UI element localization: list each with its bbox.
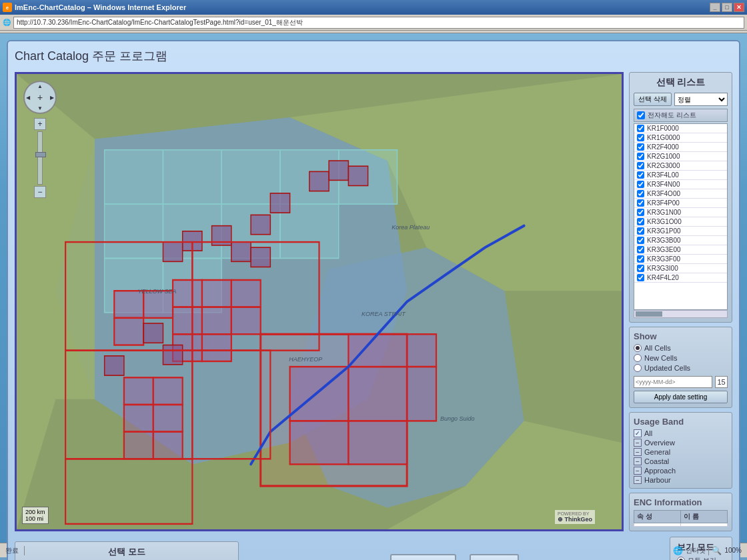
map-container[interactable]: Korea Plateau YELLOW SEA KOREA STRAIT HA… [15,72,624,531]
svg-rect-51 [251,247,270,267]
list-item[interactable]: KR3G3F00 [634,255,727,264]
svg-rect-37 [290,421,349,464]
usage-coastal-checkbox[interactable]: − [634,457,642,465]
enc-info-table: 속 성 이 름 [634,510,728,527]
list-item[interactable]: KR4F4L20 [634,273,727,283]
radio-all-cells[interactable]: All Cells [634,344,728,352]
title-bar: e ImEnc-ChartCatalog – Windows Internet … [0,0,747,15]
radio-updated-cells[interactable]: Updated Cells [634,364,728,372]
zoom-out-btn[interactable]: − [34,186,46,198]
label-haehyeop: HAEHYEOP [289,356,322,363]
right-sidebar: 선택 리스트 선택 삭제 정렬 전자해도 리스트 KR1F0000 KR1G00… [629,72,732,531]
window-title: ImEnc-ChartCatalog – Windows Internet Ex… [15,3,186,11]
usage-approach[interactable]: − Approach [634,467,728,475]
nav-right[interactable]: ▶ [50,95,54,101]
list-item[interactable]: KR3G3E00 [634,245,727,255]
svg-rect-44 [270,193,289,213]
list-item[interactable]: KR3F4O00 [634,189,727,199]
sort-dropdown[interactable]: 정렬 [674,93,728,106]
usage-harbour-checkbox[interactable]: − [634,476,642,484]
close-btn[interactable]: ✕ [734,3,744,12]
window-controls: _ □ ✕ [710,3,744,12]
nav-center[interactable]: + [37,92,43,103]
nav-down[interactable]: ▼ [37,105,43,111]
usage-general[interactable]: − General [634,448,728,456]
list-item[interactable]: KR1F0000 [634,124,727,133]
usage-approach-checkbox[interactable]: − [634,467,642,475]
usage-overview-checkbox[interactable]: − [634,439,642,447]
nav-controls: ▲ ▼ ◀ ▶ + + − [23,81,57,198]
order-submit-btn[interactable]: 주문 신청 [390,554,457,560]
maximize-btn[interactable]: □ [722,3,732,12]
zoom-track[interactable] [37,131,43,185]
list-item[interactable]: KR3G1O00 [634,217,727,227]
nav-up[interactable]: ▲ [37,83,43,89]
svg-rect-24 [202,307,231,335]
usage-approach-label: Approach [644,467,676,475]
select-all-checkbox[interactable] [637,111,645,119]
svg-rect-36 [348,367,407,421]
horizontal-scrollbar[interactable] [634,310,728,318]
selection-list-panel: 선택 리스트 선택 삭제 정렬 전자해도 리스트 KR1F0000 KR1G00… [629,72,732,323]
zoom-handle[interactable] [35,152,46,157]
usage-overview[interactable]: − Overview [634,439,728,447]
list-item[interactable]: KR3G3B00 [634,236,727,245]
list-item[interactable]: KR3G1P00 [634,227,727,236]
svg-rect-30 [124,405,153,432]
svg-rect-40 [407,334,436,367]
select-list-header: 선택 삭제 정렬 [634,93,728,106]
date-input[interactable] [634,376,712,388]
status-ready: 완료 [5,546,19,555]
close-btn[interactable]: 종 료 [470,554,519,560]
svg-rect-31 [153,405,183,432]
view-all-label: 모두 보기 [688,556,716,560]
app-icon: e [3,3,12,12]
list-item[interactable]: KR3G3I00 [634,264,727,273]
svg-rect-7 [163,150,221,204]
cell-list-header-label: 전자해도 리스트 [648,111,696,120]
zoom-in-btn[interactable]: + [34,118,46,130]
usage-all[interactable]: ✓ All [634,429,728,437]
cell-list[interactable]: KR1F0000 KR1G0000 KR2F4000 KR2G1000 KR2G… [634,123,728,310]
list-item[interactable]: KR3F4L00 [634,171,727,180]
main-content: Chart Catalog 주문 프로그램 [0,33,747,543]
radio-new-cells-label: New Cells [644,354,678,362]
minimize-btn[interactable]: _ [710,3,720,12]
radio-new-cells-dot[interactable] [634,354,642,362]
nav-left[interactable]: ◀ [26,95,30,101]
list-item[interactable]: KR2G3000 [634,161,727,171]
list-item[interactable]: KR2F4000 [634,143,727,152]
label-korea-strait: KOREA STRAIT [361,311,406,317]
svg-rect-47 [348,166,367,185]
scrollbar-thumb[interactable] [636,311,662,317]
list-item[interactable]: KR3G1N00 [634,208,727,217]
radio-all-cells-dot[interactable] [634,344,642,352]
list-item[interactable]: KR1G0000 [634,133,727,143]
list-item[interactable]: KR3F4P00 [634,199,727,208]
view-all[interactable]: 모두 보기 [677,556,725,560]
show-panel: Show All Cells New Cells Updated Cell [629,327,732,408]
usage-harbour[interactable]: − Harbour [634,476,728,484]
svg-rect-9 [105,204,163,258]
delete-selection-btn[interactable]: 선택 삭제 [634,93,672,106]
app-container: Chart Catalog 주문 프로그램 [7,40,740,560]
apply-date-btn[interactable]: Apply date setting [634,391,728,403]
view-all-dot[interactable] [677,557,685,560]
svg-rect-21 [202,280,231,307]
list-item[interactable]: KR2G1000 [634,152,727,161]
usage-general-checkbox[interactable]: − [634,448,642,456]
radio-updated-cells-dot[interactable] [634,364,642,372]
usage-all-checkbox[interactable]: ✓ [634,429,642,437]
usage-coastal[interactable]: − Coastal [634,457,728,465]
svg-rect-38 [348,421,407,464]
radio-new-cells[interactable]: New Cells [634,354,728,362]
svg-rect-54 [105,356,124,375]
nav-compass[interactable]: ▲ ▼ ◀ ▶ + [23,81,57,114]
address-input[interactable] [13,17,744,29]
svg-rect-43 [251,215,270,234]
svg-rect-26 [202,334,231,361]
cell-list-header: 전자해도 리스트 [634,109,728,122]
svg-rect-23 [173,307,202,335]
status-network: 인터넷 [686,546,706,555]
list-item[interactable]: KR3F4N00 [634,180,727,189]
